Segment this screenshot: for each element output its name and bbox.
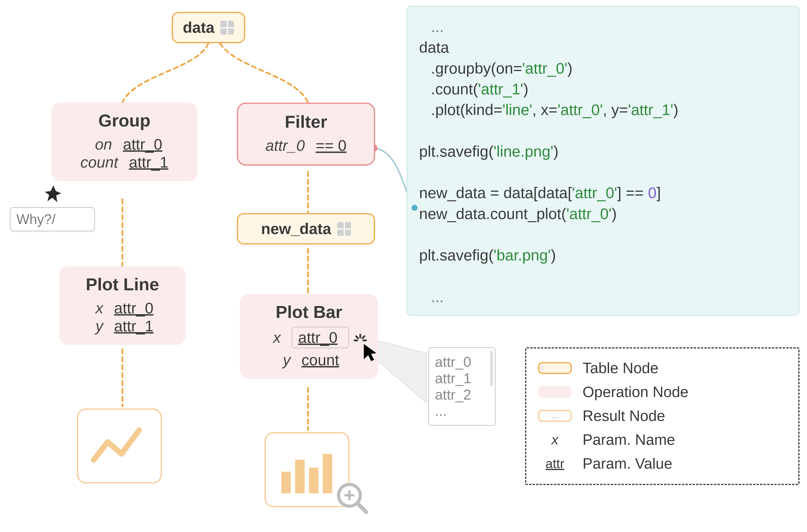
table-icon — [220, 21, 234, 35]
node-plot-line-title: Plot Line — [71, 274, 174, 294]
code-bullet-icon — [412, 205, 417, 211]
svg-rect-9 — [323, 454, 332, 493]
table-icon — [337, 222, 351, 236]
dropdown-option[interactable]: attr_2 — [435, 386, 486, 403]
legend: Table Node Operation Node ... Result Nod… — [525, 347, 800, 485]
svg-rect-8 — [309, 468, 318, 493]
svg-line-11 — [358, 504, 366, 512]
node-group-title: Group — [63, 111, 186, 131]
param-row: on attr_0 — [63, 135, 186, 153]
code-dots-top: ... — [419, 16, 787, 37]
node-plot-line[interactable]: Plot Line x attr_0 y attr_1 — [59, 266, 186, 345]
param-row: x attr_0 — [252, 327, 366, 348]
param-value[interactable]: attr_1 — [129, 153, 168, 171]
legend-label: Result Node — [583, 407, 665, 424]
node-data-label: data — [183, 19, 214, 37]
svg-line-2 — [362, 336, 364, 338]
param-value-chip[interactable]: attr_0 — [292, 327, 349, 348]
code-filter-line: new_data = data[data['attr_0'] == 0] — [419, 184, 661, 202]
svg-line-4 — [356, 336, 358, 338]
why-popover[interactable]: Why?/ — [10, 207, 95, 231]
code-l1: data — [419, 39, 449, 56]
node-plot-bar-title: Plot Bar — [252, 302, 366, 322]
param-value[interactable]: attr_0 — [123, 135, 162, 153]
legend-swatch-op — [538, 386, 572, 398]
param-value[interactable]: attr_0 — [114, 299, 153, 317]
param-value[interactable]: count — [301, 351, 339, 369]
node-group[interactable]: Group on attr_0 count attr_1 — [51, 102, 198, 181]
why-input-placeholder: Why?/ — [16, 211, 55, 227]
param-value[interactable]: attr_1 — [114, 317, 153, 335]
node-filter[interactable]: Filter attr_0 == 0 — [237, 102, 375, 166]
param-value[interactable]: == 0 — [316, 136, 346, 154]
legend-label: Param. Name — [583, 431, 675, 448]
legend-swatch-result: ... — [538, 410, 572, 422]
node-filter-title: Filter — [250, 112, 362, 132]
param-row: attr_0 == 0 — [250, 136, 362, 154]
legend-label: Table Node — [583, 359, 659, 377]
result-line-chart[interactable] — [77, 408, 162, 483]
svg-rect-6 — [281, 472, 291, 493]
pointing-hand-icon — [42, 184, 64, 205]
code-panel: ... data .groupby(on='attr_0') .count('a… — [407, 6, 800, 316]
line-chart-icon — [90, 420, 149, 472]
node-new-data[interactable]: new_data — [237, 213, 375, 245]
magnify-plus-icon[interactable] — [336, 481, 369, 515]
param-row: count attr_1 — [63, 153, 186, 171]
svg-rect-7 — [295, 460, 305, 493]
dropdown-option[interactable]: attr_1 — [435, 370, 486, 386]
legend-label: Operation Node — [583, 383, 689, 400]
legend-label: Param. Value — [583, 455, 672, 472]
param-row: y attr_1 — [71, 317, 174, 335]
bar-chart-icon — [277, 444, 337, 495]
node-new-data-label: new_data — [261, 220, 331, 238]
dropdown-scrollbar[interactable] — [490, 351, 493, 386]
legend-swatch-param-name: x — [538, 432, 572, 448]
param-row: x attr_0 — [71, 299, 174, 317]
dropdown-option[interactable]: attr_0 — [435, 354, 486, 370]
node-data[interactable]: data — [172, 12, 245, 43]
param-row: y count — [252, 351, 366, 369]
attr-dropdown[interactable]: attr_0 attr_1 attr_2 ... — [428, 347, 495, 426]
legend-swatch-table — [538, 362, 572, 374]
dropdown-more: ... — [435, 403, 486, 419]
cursor-arrow-icon — [362, 342, 380, 364]
code-dots-bottom: ... — [419, 286, 787, 307]
legend-swatch-param-value: attr — [538, 456, 572, 471]
